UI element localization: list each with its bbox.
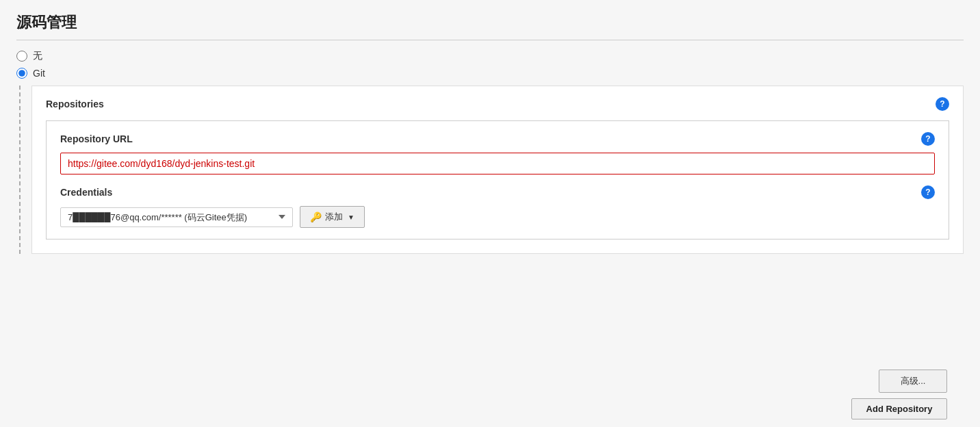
repositories-help-icon[interactable]: ? xyxy=(936,97,949,111)
source-control-radio-group: 无 Git xyxy=(16,50,964,79)
repositories-container: Repositories ? Repository URL ? Credenti… xyxy=(31,86,964,254)
advanced-button[interactable]: 高级... xyxy=(879,370,947,393)
page-title: 源码管理 xyxy=(16,12,964,33)
credentials-row: 7██████76@qq.com/****** (码云Gitee凭据) 🔑 添加… xyxy=(60,206,935,228)
repository-url-input[interactable] xyxy=(60,153,935,174)
repositories-header: Repositories ? xyxy=(46,97,949,111)
divider xyxy=(16,40,964,40)
add-credentials-label: 添加 xyxy=(325,211,343,223)
repositories-label: Repositories xyxy=(46,99,104,109)
url-label: Repository URL xyxy=(60,133,133,144)
credentials-block: Credentials ? 7██████76@qq.com/****** (码… xyxy=(60,185,935,228)
repo-url-block: Repository URL ? Credentials ? 7██████76… xyxy=(46,120,949,240)
radio-git-label: Git xyxy=(33,68,45,79)
add-repository-button[interactable]: Add Repository xyxy=(851,398,947,419)
git-section: Repositories ? Repository URL ? Credenti… xyxy=(19,86,964,254)
credentials-label: Credentials xyxy=(60,187,112,198)
radio-git-input[interactable] xyxy=(16,68,27,79)
credentials-header: Credentials ? xyxy=(60,185,935,199)
dropdown-caret-icon: ▼ xyxy=(348,214,354,221)
credentials-help-icon[interactable]: ? xyxy=(921,185,935,199)
url-help-icon[interactable]: ? xyxy=(921,132,935,146)
radio-none[interactable]: 无 xyxy=(16,50,964,62)
add-credentials-button[interactable]: 🔑 添加 ▼ xyxy=(300,206,365,228)
radio-none-input[interactable] xyxy=(16,51,27,62)
radio-none-label: 无 xyxy=(33,50,42,62)
bottom-buttons: 高级... Add Repository xyxy=(851,370,947,419)
radio-git[interactable]: Git xyxy=(16,68,964,79)
url-field-header: Repository URL ? xyxy=(60,132,935,146)
key-icon: 🔑 xyxy=(310,211,322,222)
credentials-select[interactable]: 7██████76@qq.com/****** (码云Gitee凭据) xyxy=(60,207,293,227)
